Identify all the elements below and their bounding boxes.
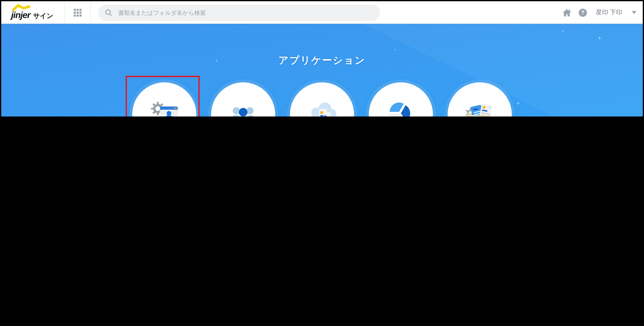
applications-title: アプリケーション <box>1 54 643 67</box>
app-window: jinjerサイン ? 星印 下印 <box>0 0 644 117</box>
user-menu-name[interactable]: 星印 下印 <box>596 9 622 16</box>
app-tile-import[interactable]: インポート <box>290 82 354 117</box>
app-tile-employee-management[interactable]: 従業員管理 <box>132 82 196 117</box>
report-icon <box>384 97 418 117</box>
jinjer-logo[interactable]: jinjerサイン <box>11 4 64 21</box>
help-icon[interactable]: ? <box>579 8 587 16</box>
logo-brand-text: jinjer <box>11 10 30 20</box>
header-divider <box>90 1 91 24</box>
applications-row: 従業員管理 所属グループ管理 <box>1 82 643 117</box>
logo-product-text: サイン <box>33 12 53 19</box>
search-icon <box>105 9 112 17</box>
home-icon[interactable] <box>561 7 572 18</box>
app-tile-document-management[interactable]: 書類管理 <box>448 82 512 117</box>
employee-management-icon <box>147 97 182 117</box>
document-management-icon <box>462 97 497 117</box>
apps-grid-icon[interactable] <box>71 6 84 19</box>
group-management-icon <box>226 97 260 117</box>
app-tile-report[interactable]: レポート <box>369 82 433 117</box>
header-divider <box>64 1 65 24</box>
dashboard: アプリケーション <box>1 24 643 117</box>
search-bar <box>98 4 380 21</box>
import-icon <box>305 97 339 117</box>
header: jinjerサイン ? 星印 下印 <box>1 1 643 24</box>
app-tile-group-management[interactable]: 所属グループ管理 <box>211 82 275 117</box>
caret-down-icon[interactable] <box>632 11 636 14</box>
help-glyph: ? <box>581 9 584 15</box>
search-input[interactable] <box>118 9 373 16</box>
